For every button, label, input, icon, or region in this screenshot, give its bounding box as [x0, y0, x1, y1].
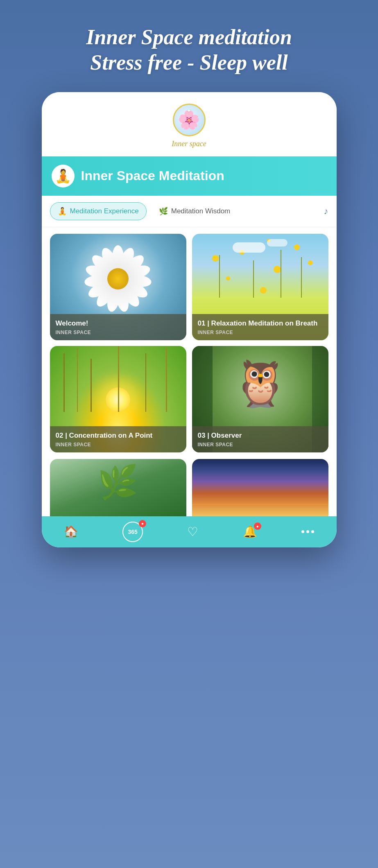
card-observer-overlay: 03 | Observer INNER SPACE	[192, 426, 328, 452]
music-icon[interactable]: ♪	[324, 206, 328, 217]
card-concentration-title: 02 | Concentration on A Point	[56, 431, 181, 440]
card-observer-subtitle: INNER SPACE	[198, 442, 323, 448]
heart-icon: ♡	[187, 524, 198, 539]
nav-home[interactable]: 🏠	[64, 525, 78, 538]
card-partial-sunset[interactable]	[192, 459, 328, 516]
card-concentration[interactable]: 02 | Concentration on A Point INNER SPAC…	[50, 346, 186, 452]
app-title-bar: 🧘 Inner Space Meditation	[42, 156, 337, 196]
more-dots	[301, 530, 314, 533]
cards-grid: Welcome! INNER SPACE	[50, 234, 328, 459]
card-welcome[interactable]: Welcome! INNER SPACE	[50, 234, 186, 340]
card-relaxation-title: 01 | Relaxation Meditation on Breath	[198, 319, 323, 328]
phone-frame: 🌸 ✦ Inner space 🧘 Inner Space Meditation…	[42, 92, 337, 547]
daisy-center	[107, 268, 129, 289]
page-wrapper: Inner Space meditation Stress free - Sle…	[0, 25, 378, 547]
card-observer-title: 03 | Observer	[198, 431, 323, 440]
content-area: Welcome! INNER SPACE	[42, 227, 337, 516]
bell-badge: ●	[254, 522, 261, 530]
home-icon: 🏠	[64, 525, 78, 538]
card-relaxation-subtitle: INNER SPACE	[198, 330, 323, 335]
card-welcome-overlay: Welcome! INNER SPACE	[50, 314, 186, 340]
card-welcome-subtitle: INNER SPACE	[56, 330, 181, 335]
tab2-icon: 🌿	[159, 207, 168, 216]
nav-calendar[interactable]: 365 ●	[122, 522, 143, 542]
app-logo: 🌸 ✦	[173, 104, 206, 136]
dot1	[301, 530, 304, 533]
tab1-icon: 🧘	[58, 207, 67, 216]
calendar-365: 365 ●	[122, 522, 143, 542]
tab1-label: Meditation Experience	[70, 207, 139, 215]
card-concentration-subtitle: INNER SPACE	[56, 442, 181, 448]
nav-bell[interactable]: 🔔 ●	[243, 525, 257, 538]
tabs-row: 🧘 Meditation Experience 🌿 Meditation Wis…	[42, 196, 337, 227]
card-concentration-overlay: 02 | Concentration on A Point INNER SPAC…	[50, 426, 186, 452]
daisy-graphic	[81, 242, 155, 316]
card-sunset-bg	[192, 459, 328, 516]
owl-icon: 🦉	[232, 357, 288, 410]
app-title: Inner Space Meditation	[81, 168, 224, 183]
calendar-badge: ●	[139, 520, 146, 527]
card-relaxation-overlay: 01 | Relaxation Meditation on Breath INN…	[192, 314, 328, 340]
head-icon: 🧘	[52, 165, 75, 188]
brand-name: Inner space	[172, 140, 206, 148]
calendar-label: 365	[128, 529, 137, 535]
card-welcome-title: Welcome!	[56, 319, 181, 328]
tab2-label: Meditation Wisdom	[171, 207, 231, 215]
tab-meditation-wisdom[interactable]: 🌿 Meditation Wisdom	[152, 203, 238, 220]
card-observer[interactable]: 🦉 03 | Observer INNER SPACE	[192, 346, 328, 452]
bottom-nav: 🏠 365 ● ♡ 🔔 ●	[42, 516, 337, 547]
hero-title: Inner Space meditation Stress free - Sle…	[46, 25, 333, 76]
tab-meditation-experience[interactable]: 🧘 Meditation Experience	[50, 202, 147, 220]
dot3	[311, 530, 314, 533]
card-partial-leaf[interactable]: 🌿	[50, 459, 186, 516]
nav-heart[interactable]: ♡	[187, 524, 198, 539]
partial-cards-row: 🌿	[50, 459, 328, 516]
card-relaxation[interactable]: 01 | Relaxation Meditation on Breath INN…	[192, 234, 328, 340]
app-header: 🌸 ✦ Inner space	[42, 92, 337, 156]
nav-more[interactable]	[301, 530, 314, 533]
dot2	[306, 530, 309, 533]
